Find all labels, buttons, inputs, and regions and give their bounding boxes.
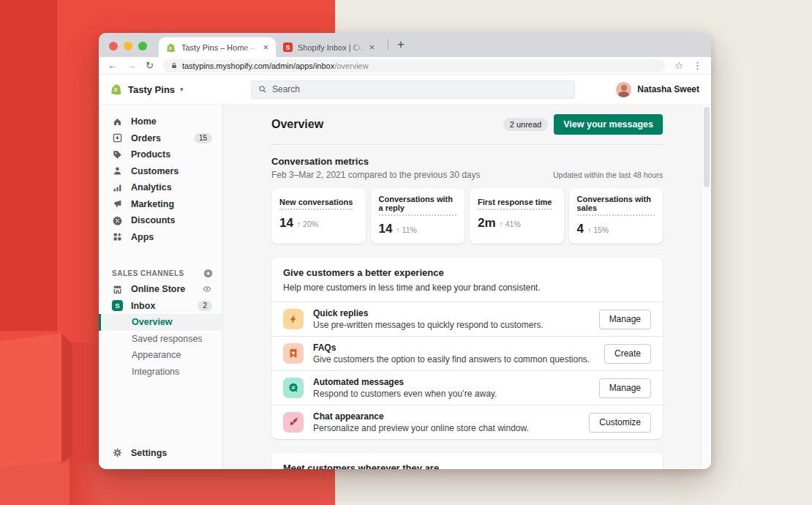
sidebar-item-analytics[interactable]: Analytics — [99, 179, 222, 196]
user-menu[interactable]: Natasha Sweet — [616, 82, 699, 97]
zoom-window-button[interactable] — [138, 42, 147, 50]
decorative-cube-side — [61, 333, 72, 463]
shopify-bag-icon: S — [166, 42, 176, 53]
tab-shopify-inbox[interactable]: S Shopify Inbox | Customers × — [276, 37, 382, 57]
metric-card-first-response-time: First response time 2m↑ 41% — [470, 188, 564, 244]
reload-icon[interactable]: ↻ — [146, 61, 154, 70]
metric-value: 14 — [379, 222, 393, 236]
add-sales-channel-button[interactable] — [203, 268, 214, 279]
sidebar-item-settings[interactable]: Settings — [99, 445, 222, 462]
feature-title: FAQs — [313, 343, 595, 353]
window-controls[interactable] — [109, 42, 147, 50]
store-name: Tasty Pins — [128, 84, 175, 95]
bookmark-star-icon — [283, 343, 304, 364]
sidebar-subitem-overview[interactable]: Overview — [99, 314, 222, 331]
forward-icon[interactable]: → — [127, 61, 136, 70]
metric-delta: ↑ 15% — [587, 225, 609, 234]
avatar — [616, 82, 631, 97]
feature-row-chat-appearance: Chat appearance Personalize and preview … — [271, 405, 663, 439]
metrics-updated-note: Updated within the last 48 hours — [553, 171, 663, 179]
browser-menu-icon[interactable]: ⋮ — [693, 61, 702, 70]
metric-card-conversations-with-sales: Conversations with sales 4↑ 15% — [569, 188, 663, 244]
sidebar-item-label: Apps — [131, 232, 154, 242]
feature-row-faqs: FAQs Give customers the option to easily… — [271, 336, 663, 370]
browser-tab-strip: S Tasty Pins – Home – Shopify × S Shopif… — [99, 33, 711, 57]
close-icon[interactable]: × — [263, 42, 268, 52]
manage-automated-messages-button[interactable]: Manage — [599, 378, 651, 398]
tab-title: Tasty Pins – Home – Shopify — [181, 43, 257, 52]
scrollbar-thumb[interactable] — [704, 107, 710, 187]
inbox-count-badge: 2 — [198, 301, 212, 311]
minimize-window-button[interactable] — [124, 42, 132, 50]
storefront-icon — [112, 284, 123, 295]
sidebar-item-label: Discounts — [131, 215, 175, 225]
metric-value: 14 — [279, 216, 293, 231]
subitem-label: Saved responses — [132, 334, 203, 344]
sidebar-subitem-appearance[interactable]: Appearance — [99, 347, 222, 364]
feature-title: Quick replies — [313, 308, 590, 318]
customize-chat-appearance-button[interactable]: Customize — [589, 413, 651, 433]
sidebar-item-inbox[interactable]: S Inbox 2 — [99, 298, 222, 315]
home-icon — [112, 116, 123, 127]
feature-description: Personalize and preview your online stor… — [313, 423, 579, 433]
tab-separator — [388, 40, 388, 50]
sidebar-item-home[interactable]: Home — [99, 113, 222, 130]
main-content: Overview 2 unread View your messages Con… — [223, 105, 711, 469]
sidebar-subitem-saved-responses[interactable]: Saved responses — [99, 331, 222, 348]
tag-icon — [112, 149, 123, 160]
arrow-up-icon: ↑ — [396, 225, 399, 234]
subitem-label: Overview — [132, 317, 173, 327]
close-icon[interactable]: × — [369, 42, 375, 52]
search-input[interactable]: Search — [251, 81, 575, 99]
experience-subtitle: Help more customers in less time and kee… — [283, 283, 651, 293]
url-text: tastypins.myshopify.com/admin/apps/inbox… — [182, 61, 369, 70]
sidebar-item-orders[interactable]: Orders 15 — [99, 130, 222, 147]
sidebar-item-label: Inbox — [131, 301, 155, 311]
store-switcher[interactable]: S Tasty Pins ▾ — [110, 83, 251, 96]
sidebar-item-online-store[interactable]: Online Store — [99, 281, 222, 298]
meet-customers-card: Meet customers wherever they are Use Inb… — [271, 453, 663, 469]
new-tab-button[interactable]: + — [394, 37, 407, 53]
sidebar-item-label: Analytics — [131, 182, 172, 192]
metrics-title: Conversation metrics — [271, 156, 663, 167]
scrollbar[interactable] — [701, 105, 711, 469]
metrics-date-range: Feb 3–Mar 2, 2021 compared to the previo… — [271, 170, 553, 180]
chevron-down-icon: ▾ — [180, 86, 184, 93]
address-bar[interactable]: tastypins.myshopify.com/admin/apps/inbox… — [163, 59, 665, 72]
metric-label[interactable]: First response time — [478, 198, 552, 210]
metric-value: 4 — [577, 222, 584, 236]
eye-icon[interactable] — [202, 284, 212, 294]
metric-delta: ↑ 11% — [396, 225, 416, 234]
sidebar-item-products[interactable]: Products — [99, 146, 222, 163]
inbox-app-icon: S — [112, 300, 123, 311]
create-faqs-button[interactable]: Create — [604, 344, 651, 364]
arrow-up-icon: ↑ — [297, 220, 301, 228]
sales-channels-label: SALES CHANNELS — [112, 269, 184, 277]
sidebar-item-discounts[interactable]: Discounts — [99, 212, 222, 229]
sidebar-item-label: Settings — [131, 448, 167, 458]
metric-label[interactable]: New conversations — [279, 198, 353, 210]
manage-quick-replies-button[interactable]: Manage — [599, 310, 651, 329]
view-messages-button[interactable]: View your messages — [554, 114, 663, 135]
feature-row-automated-messages: Automated messages Respond to customers … — [271, 370, 663, 405]
experience-card: Give customers a better experience Help … — [271, 258, 663, 439]
metric-label[interactable]: Conversations with sales — [577, 195, 655, 216]
sidebar-item-apps[interactable]: Apps — [99, 229, 222, 246]
tab-tasty-pins[interactable]: S Tasty Pins – Home – Shopify × — [159, 37, 276, 57]
svg-text:S: S — [114, 86, 118, 93]
sidebar-item-label: Products — [131, 149, 170, 160]
decorative-dark-band — [0, 0, 57, 331]
close-window-button[interactable] — [109, 42, 118, 50]
back-icon[interactable]: ← — [108, 61, 117, 70]
decorative-cube — [0, 333, 62, 467]
metric-label[interactable]: Conversations with a reply — [379, 195, 457, 216]
bookmark-star-toolbar-icon[interactable]: ☆ — [674, 61, 683, 70]
bar-chart-icon — [112, 182, 123, 193]
metric-delta: ↑ 20% — [297, 220, 318, 228]
lightning-bolt-icon — [283, 309, 304, 329]
sidebar-item-marketing[interactable]: Marketing — [99, 196, 222, 213]
feature-description: Use pre-written messages to quickly resp… — [313, 320, 590, 330]
sidebar-item-customers[interactable]: Customers — [99, 163, 222, 180]
orders-count-badge: 15 — [194, 133, 212, 143]
sidebar-subitem-integrations[interactable]: Integrations — [99, 364, 222, 381]
